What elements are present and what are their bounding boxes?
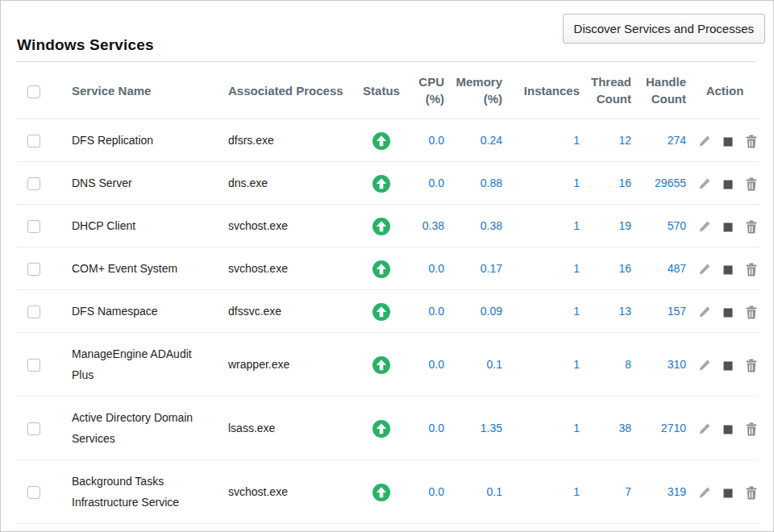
row-checkbox[interactable]: [27, 422, 40, 435]
status-up-icon: [372, 175, 390, 193]
delete-icon[interactable]: [745, 422, 758, 436]
edit-icon[interactable]: [698, 486, 711, 500]
row-checkbox-cell: [17, 397, 54, 460]
stop-icon[interactable]: [722, 177, 734, 191]
delete-icon[interactable]: [745, 263, 758, 276]
row-checkbox[interactable]: [27, 359, 40, 372]
delete-icon[interactable]: [745, 177, 758, 191]
associated-process-cell: dfsrs.exe: [214, 119, 349, 162]
process-name: dfssvc.exe: [228, 305, 281, 318]
handle-count-value: 2710: [636, 397, 691, 460]
service-name: Active Directory Domain Services: [72, 411, 193, 445]
column-header-instances: Instances: [507, 62, 585, 119]
cpu-value: 0.0: [414, 247, 449, 290]
service-name-cell: Background Tasks Infrastructure Service: [54, 460, 214, 524]
thread-count-value: 8: [585, 333, 636, 397]
status-up-icon: [372, 260, 390, 278]
memory-value: 1.35: [449, 397, 507, 460]
status-cell: [349, 397, 414, 460]
column-header-cpu: CPU (%): [414, 62, 449, 119]
windows-services-panel: Discover Services and Processes Windows …: [0, 0, 774, 532]
thread-count-value: 13: [585, 290, 636, 333]
row-checkbox[interactable]: [27, 263, 40, 276]
cpu-value: 0.0: [414, 460, 449, 524]
service-name-cell: ManageEngine ADAudit Plus: [54, 333, 214, 397]
instances-value: 1: [507, 460, 585, 524]
delete-icon[interactable]: [745, 359, 758, 372]
table-row: DFS Replication dfsrs.exe 0.0 0.24 1 12 …: [17, 119, 759, 162]
handle-count-value: 487: [636, 247, 691, 290]
table-header-row: Service Name Associated Process Status C…: [17, 62, 759, 119]
service-name: DFS Namespace: [72, 305, 158, 318]
stop-icon[interactable]: [722, 220, 734, 234]
delete-icon[interactable]: [745, 135, 758, 148]
delete-icon[interactable]: [745, 486, 758, 500]
row-checkbox[interactable]: [27, 135, 40, 148]
status-up-icon: [372, 218, 390, 235]
thread-count-value: 19: [585, 205, 636, 247]
memory-value: 0.24: [449, 119, 507, 162]
action-cell: [691, 119, 759, 162]
memory-value: 0.1: [449, 460, 507, 524]
column-header-memory: Memory (%): [449, 62, 507, 119]
service-name: ManageEngine ADAudit Plus: [72, 347, 192, 381]
memory-value: 0.1: [449, 333, 507, 397]
row-checkbox-cell: [17, 333, 54, 397]
handle-count-value: 274: [636, 119, 691, 162]
discover-services-button[interactable]: Discover Services and Processes: [563, 14, 765, 44]
row-checkbox[interactable]: [27, 177, 40, 190]
row-checkbox-cell: [17, 247, 54, 290]
status-cell: [349, 162, 414, 205]
status-up-icon: [372, 420, 390, 438]
table-row: DNS Server dns.exe 0.0 0.88 1 16 29655: [17, 162, 759, 205]
memory-value: 0.88: [449, 162, 507, 205]
service-name-cell: DFS Replication: [54, 119, 214, 162]
row-checkbox[interactable]: [27, 486, 40, 499]
stop-icon[interactable]: [722, 486, 734, 500]
instances-value: 1: [507, 162, 585, 205]
edit-icon[interactable]: [698, 263, 711, 276]
status-up-icon: [372, 484, 390, 501]
row-checkbox-cell: [17, 162, 54, 205]
service-name: COM+ Event System: [72, 262, 177, 275]
status-cell: [349, 290, 414, 333]
instances-value: 1: [507, 333, 585, 397]
stop-icon[interactable]: [722, 305, 734, 319]
edit-icon[interactable]: [698, 305, 711, 319]
associated-process-cell: svchost.exe: [214, 247, 349, 290]
select-all-checkbox[interactable]: [27, 85, 40, 98]
handle-count-value: 570: [636, 205, 691, 247]
stop-icon[interactable]: [722, 359, 734, 372]
cpu-value: 0.0: [414, 333, 449, 397]
stop-icon[interactable]: [722, 422, 734, 436]
handle-count-value: 319: [636, 460, 691, 524]
instances-value: 1: [507, 247, 585, 290]
stop-icon[interactable]: [722, 135, 734, 148]
instances-value: 1: [507, 119, 585, 162]
process-name: wrapper.exe: [228, 358, 289, 371]
cpu-value: 0.0: [414, 397, 449, 460]
edit-icon[interactable]: [698, 135, 711, 148]
cpu-value: 0.0: [414, 119, 449, 162]
row-checkbox-cell: [17, 290, 54, 333]
row-checkbox[interactable]: [27, 220, 40, 233]
action-cell: [691, 397, 759, 460]
delete-icon[interactable]: [745, 305, 758, 319]
edit-icon[interactable]: [698, 177, 711, 191]
handle-count-value: 310: [636, 333, 691, 397]
delete-icon[interactable]: [745, 220, 758, 234]
process-name: dns.exe: [228, 177, 268, 189]
stop-icon[interactable]: [722, 263, 734, 276]
edit-icon[interactable]: [698, 359, 711, 372]
edit-icon[interactable]: [698, 220, 711, 234]
column-header-action: Action: [691, 62, 759, 119]
service-name-cell: DHCP Client: [54, 205, 214, 247]
row-checkbox-cell: [17, 205, 54, 247]
status-cell: [349, 460, 414, 524]
edit-icon[interactable]: [698, 422, 711, 436]
service-name: DHCP Client: [72, 219, 135, 232]
row-checkbox[interactable]: [27, 305, 40, 318]
action-cell: [691, 205, 759, 247]
service-name: Background Tasks Infrastructure Service: [72, 475, 179, 509]
action-cell: [691, 162, 759, 205]
